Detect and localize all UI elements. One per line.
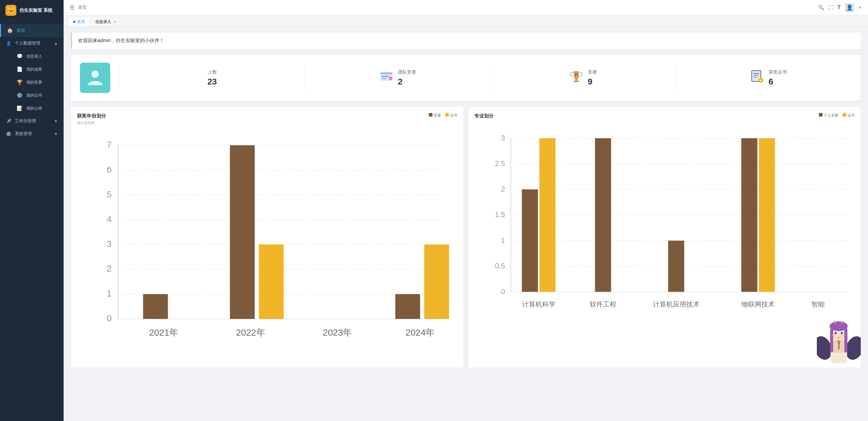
team-comp-icon: ✓ bbox=[379, 69, 394, 87]
svg-rect-67 bbox=[830, 328, 833, 353]
chevron-down-icon: ▲ bbox=[54, 41, 58, 45]
bar-ca-comp[interactable] bbox=[668, 240, 684, 292]
chart-year: 获奖年份划分 统计近四年 竞赛 证书 0 bbox=[71, 107, 463, 368]
chart-major-title: 专业划分 bbox=[474, 113, 494, 119]
legend-major-comp-dot bbox=[819, 113, 823, 117]
bar-2022-cert[interactable] bbox=[259, 244, 284, 319]
svg-text:2: 2 bbox=[106, 264, 112, 273]
sidebar-item-competitions[interactable]: 🏆 我的竞赛 bbox=[0, 76, 64, 89]
fullscreen-icon[interactable]: ⛶ bbox=[828, 5, 833, 10]
sidebar-item-certs[interactable]: ⚙️ 我的证书 bbox=[0, 89, 64, 102]
svg-text:2022年: 2022年 bbox=[236, 327, 265, 337]
sidebar-section-system-label: 系统管理 bbox=[15, 131, 32, 137]
avatar[interactable]: 👤 bbox=[845, 3, 854, 12]
chart-major-legend: 个人竞赛 证书 bbox=[819, 113, 855, 118]
svg-text:1: 1 bbox=[501, 236, 505, 244]
svg-rect-8 bbox=[573, 81, 579, 82]
logo-icon: 🐱 bbox=[5, 5, 17, 16]
chevron-right-icon: ▼ bbox=[54, 119, 58, 123]
sidebar-nav: 🏠 首页 👤 个人数据管理 ▲ 💬 信息录入 📄 我的成果 🏆 我的竞赛 ⚙️ bbox=[0, 21, 64, 421]
svg-text:2024年: 2024年 bbox=[406, 327, 435, 337]
bar-2022-comp[interactable] bbox=[230, 145, 255, 319]
bar-cs-cert[interactable] bbox=[539, 138, 555, 292]
sidebar: 🐱 仿生实验室 系统 🏠 首页 👤 个人数据管理 ▲ 💬 信息录入 📄 我的成果… bbox=[0, 0, 64, 421]
menu-toggle-icon[interactable]: ☰ bbox=[70, 4, 74, 11]
svg-point-69 bbox=[830, 321, 848, 331]
bar-iot-comp[interactable] bbox=[741, 138, 757, 292]
sidebar-sub-personal: 💬 信息录入 📄 我的成果 🏆 我的竞赛 ⚙️ 我的证书 📝 我的心得 bbox=[0, 50, 64, 115]
sidebar-item-competitions-label: 我的竞赛 bbox=[26, 80, 42, 85]
breadcrumb: 首页 bbox=[78, 5, 87, 10]
bar-se-comp[interactable] bbox=[595, 138, 611, 292]
stat-competition-value: 9 bbox=[588, 77, 597, 87]
legend-cert-label: 证书 bbox=[450, 113, 457, 118]
bar-2024-cert[interactable] bbox=[424, 244, 449, 319]
sidebar-item-achievements-label: 我的成果 bbox=[26, 67, 42, 72]
font-size-icon[interactable]: T bbox=[837, 4, 841, 10]
svg-text:★: ★ bbox=[576, 74, 577, 76]
stat-competition-label: 竞赛 bbox=[588, 69, 597, 75]
certificate-stat-icon: ★ bbox=[750, 69, 765, 87]
tab-info-entry[interactable]: 信息录入 ✕ bbox=[91, 17, 121, 26]
chart-year-svg: 0 1 2 3 4 5 6 7 bbox=[77, 129, 457, 360]
bar-2024-comp[interactable] bbox=[395, 294, 420, 319]
tab-home-label: 首页 bbox=[77, 19, 85, 25]
svg-text:软件工程: 软件工程 bbox=[590, 300, 616, 308]
trophy-icon: 🏆 bbox=[17, 79, 23, 85]
svg-text:计算机应用技术: 计算机应用技术 bbox=[653, 300, 700, 308]
tab-home[interactable]: 首页 bbox=[68, 17, 90, 26]
svg-rect-3 bbox=[382, 76, 389, 77]
trophy-stat-icon: ★ bbox=[569, 69, 584, 87]
chart-major-svg: 0 0.5 1 1.5 2 2.5 3 计算机科学 bbox=[474, 124, 855, 328]
svg-text:0.5: 0.5 bbox=[495, 262, 505, 270]
tab-home-dot bbox=[73, 21, 75, 23]
tab-info-close[interactable]: ✕ bbox=[114, 20, 116, 24]
sidebar-item-achievements[interactable]: 📄 我的成果 bbox=[0, 63, 64, 76]
main: ☰ 首页 🔍 ⛶ T 👤 ▼ 首页 信息录入 ✕ 欢迎回来admin，仿生实验室… bbox=[64, 0, 868, 421]
sidebar-item-certs-label: 我的证书 bbox=[26, 93, 42, 98]
stat-person-count: 人数 23 bbox=[119, 63, 305, 93]
sidebar-item-home[interactable]: 🏠 首页 bbox=[0, 24, 64, 37]
gear-icon: ⚙️ bbox=[17, 92, 23, 98]
chart-year-legend: 竞赛 证书 bbox=[429, 113, 457, 118]
svg-text:3: 3 bbox=[106, 239, 112, 249]
sidebar-item-info-entry[interactable]: 💬 信息录入 bbox=[0, 50, 64, 63]
topbar: ☰ 首页 🔍 ⛶ T 👤 ▼ bbox=[64, 0, 868, 15]
sidebar-section-workshop[interactable]: ✈️ 工作坊管理 ▼ bbox=[0, 115, 64, 127]
chart-year-subtitle: 统计近四年 bbox=[77, 121, 106, 126]
svg-text:★: ★ bbox=[760, 79, 762, 82]
logo-text: 仿生实验室 系统 bbox=[20, 7, 52, 13]
svg-text:1: 1 bbox=[106, 288, 112, 298]
bar-iot-cert[interactable] bbox=[759, 138, 775, 292]
svg-rect-7 bbox=[575, 79, 578, 81]
svg-rect-4 bbox=[382, 78, 386, 79]
search-icon[interactable]: 🔍 bbox=[818, 4, 824, 10]
stat-cert-label: 获奖证书 bbox=[769, 69, 787, 75]
svg-point-0 bbox=[91, 70, 99, 78]
legend-competition-label: 竞赛 bbox=[434, 113, 441, 118]
sidebar-section-personal[interactable]: 👤 个人数据管理 ▲ bbox=[0, 37, 64, 50]
doc-icon: 📄 bbox=[17, 66, 23, 72]
svg-point-74 bbox=[835, 332, 837, 333]
content: 欢迎回来admin，仿生实验室的小伙伴！ 人数 23 bbox=[64, 27, 868, 421]
stat-team-value: 2 bbox=[398, 77, 416, 87]
legend-major-comp-label: 个人竞赛 bbox=[824, 113, 838, 118]
legend-major-cert-label: 证书 bbox=[847, 113, 855, 118]
chat-icon: 💬 bbox=[17, 53, 23, 59]
bar-2021-comp[interactable] bbox=[143, 294, 168, 319]
bar-cs-comp[interactable] bbox=[522, 189, 538, 292]
sidebar-item-notes[interactable]: 📝 我的心得 bbox=[0, 102, 64, 115]
avatar-dropdown-icon[interactable]: ▼ bbox=[858, 5, 862, 10]
svg-text:✓: ✓ bbox=[390, 78, 392, 80]
stats-row: 人数 23 ✓ 团队竞赛 2 bbox=[71, 55, 861, 101]
tab-info-label: 信息录入 bbox=[95, 19, 111, 25]
sidebar-logo: 🐱 仿生实验室 系统 bbox=[0, 0, 64, 21]
svg-text:5: 5 bbox=[106, 189, 112, 199]
svg-point-76 bbox=[831, 334, 835, 336]
stat-person-count-label: 人数 bbox=[123, 69, 302, 75]
svg-text:2023年: 2023年 bbox=[323, 327, 352, 337]
welcome-text: 欢迎回来admin，仿生实验室的小伙伴！ bbox=[78, 38, 164, 43]
person-icon: 👤 bbox=[6, 41, 11, 46]
stat-certificate: ★ 获奖证书 6 bbox=[675, 63, 861, 93]
sidebar-section-system[interactable]: ⚙️ 系统管理 ▼ bbox=[0, 127, 64, 140]
